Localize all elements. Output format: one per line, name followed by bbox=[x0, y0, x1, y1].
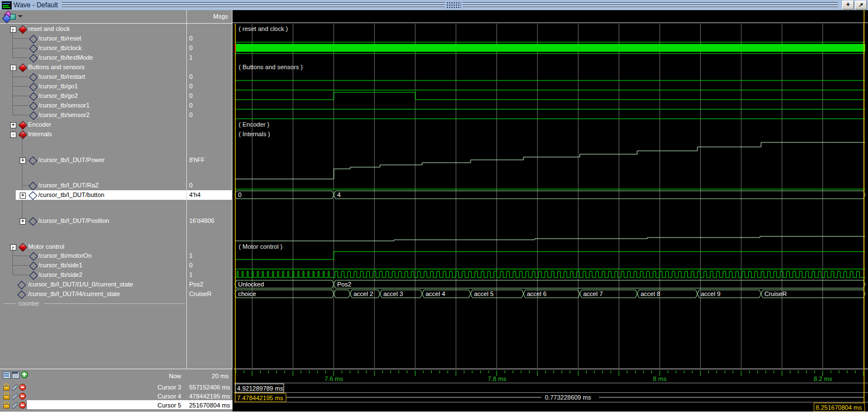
signal-label: /cursor_tb/sensor2 bbox=[38, 110, 90, 120]
signal-value: 0 bbox=[189, 43, 193, 53]
expand-icon[interactable]: + bbox=[20, 158, 26, 164]
wrench-icon[interactable] bbox=[11, 384, 19, 391]
divider-line bbox=[44, 303, 185, 304]
signal-value: 0 bbox=[189, 181, 193, 190]
lock-icon[interactable] bbox=[3, 392, 10, 400]
signal-label: /cursor_tb/I_DUT/I1/U_0/current_state bbox=[28, 280, 133, 289]
collapse-icon[interactable]: - bbox=[10, 26, 16, 33]
wave-list-icon[interactable] bbox=[3, 371, 11, 379]
tree-signal-row[interactable]: /cursor_tb/go10 bbox=[0, 82, 232, 91]
wave-window: Wave - Default + ↗ ( reset and clock )( … bbox=[0, 0, 868, 412]
bus-value-label: CruiseR bbox=[764, 290, 787, 297]
signal-value: 0 bbox=[189, 72, 193, 82]
tree-signal-row[interactable]: /cursor_tb/I_DUT/I4/current_stateCruiseR bbox=[0, 289, 232, 299]
delete-cursor-icon[interactable] bbox=[19, 393, 26, 400]
expand-icon[interactable]: + bbox=[10, 122, 16, 128]
expand-icon[interactable]: + bbox=[20, 192, 26, 199]
cursor-pane: Now20 msCursor 3557152406 msCursor 44784… bbox=[0, 369, 232, 412]
signal-label: /cursor_tb/I_DUT/button bbox=[38, 190, 104, 200]
tree-signal-row[interactable]: /cursor_tb/testMode1 bbox=[0, 53, 232, 62]
tree-signal-row[interactable]: /cursor_tb/I_DUT/RaZ0 bbox=[0, 181, 232, 190]
tree-group-row[interactable]: -Motor control bbox=[0, 242, 232, 252]
tree-group-row[interactable]: -reset and clock bbox=[0, 24, 232, 34]
tree-signal-row[interactable]: /cursor_tb/go20 bbox=[0, 91, 232, 101]
bus-value-label: choice bbox=[238, 290, 256, 297]
cursor-clock-mark bbox=[235, 44, 236, 52]
tree-signal-row[interactable]: /cursor_tb/sensor10 bbox=[0, 101, 232, 110]
signal-value: 8'hFF bbox=[189, 155, 205, 165]
column-divider[interactable] bbox=[186, 10, 187, 23]
wave-signal-clock bbox=[235, 44, 865, 52]
lock-icon[interactable] bbox=[3, 401, 10, 409]
group-label: Encoder bbox=[28, 120, 51, 129]
signal-panel: Msgs -reset and clock/cursor_tb/reset0/c… bbox=[0, 10, 232, 412]
msgs-column-header: Msgs bbox=[213, 10, 228, 23]
collapse-icon[interactable]: - bbox=[10, 132, 16, 138]
signal-diamond-icon bbox=[29, 54, 38, 63]
signal-label: /cursor_tb/clock bbox=[38, 43, 82, 53]
tree-signal-row[interactable]: /cursor_tb/sensor20 bbox=[0, 110, 232, 120]
expand-icon[interactable]: + bbox=[20, 218, 26, 225]
signal-value: 1 bbox=[189, 251, 193, 261]
tree-signal-row[interactable]: /cursor_tb/clock0 bbox=[0, 43, 232, 53]
bus-value-label: accel 9 bbox=[701, 290, 721, 297]
column-divider[interactable] bbox=[186, 24, 187, 378]
wave-group-label: ( Internals ) bbox=[239, 131, 270, 137]
panel-divider[interactable] bbox=[232, 10, 232, 412]
signal-value: 4'h4 bbox=[189, 190, 200, 200]
lock-icon[interactable] bbox=[3, 383, 10, 391]
signal-diamond-icon bbox=[29, 182, 38, 191]
bus-value-label: 0 bbox=[238, 191, 241, 198]
cursor5-time-box-label: 8.251670804 ms bbox=[816, 404, 862, 411]
column-header[interactable]: Msgs bbox=[0, 10, 232, 24]
signal-label: /cursor_tb/side2 bbox=[38, 270, 82, 280]
delete-cursor-icon[interactable] bbox=[19, 402, 26, 409]
tree-signal-row[interactable]: +/cursor_tb/I_DUT/Power8'hFF bbox=[0, 155, 232, 165]
signal-value: 0 bbox=[189, 101, 193, 110]
tree-signal-row[interactable]: +/cursor_tb/I_DUT/button4'h4 bbox=[0, 190, 232, 200]
cursor-row-label[interactable]: Cursor 5 bbox=[84, 401, 181, 410]
tree-signal-row[interactable]: +/cursor_tb/I_DUT/Position16'd4806 bbox=[0, 216, 232, 226]
window-icon[interactable] bbox=[12, 371, 20, 379]
signal-diamond-icon bbox=[29, 252, 38, 261]
chevron-down-icon[interactable] bbox=[18, 15, 23, 17]
wrench-icon[interactable] bbox=[11, 402, 19, 409]
bus-value-label: accel 6 bbox=[527, 290, 547, 297]
cursor-row-label[interactable]: Cursor 3 bbox=[84, 383, 181, 392]
wrench-icon[interactable] bbox=[11, 393, 19, 400]
delete-cursor-icon[interactable] bbox=[19, 384, 26, 391]
signal-tree: -reset and clock/cursor_tb/reset0/cursor… bbox=[0, 24, 232, 382]
wave-group-icon[interactable] bbox=[10, 14, 16, 20]
tree-group-row[interactable]: -Buttons and sensors bbox=[0, 62, 232, 72]
tree-signal-row[interactable]: /cursor_tb/reset0 bbox=[0, 34, 232, 43]
bus-value-label: accel 8 bbox=[641, 290, 660, 297]
cursor-delta-label: 0.773228609 ms bbox=[545, 394, 591, 401]
add-cursor-icon[interactable] bbox=[21, 371, 28, 378]
cursor3-time-box-label: 4.921289789 ms bbox=[237, 385, 283, 392]
tree-group-row[interactable]: +Encoder bbox=[0, 120, 232, 129]
tree-signal-row[interactable]: /cursor_tb/side21 bbox=[0, 270, 232, 280]
cursor-row-value: 557152406 ms bbox=[189, 383, 230, 392]
timeline-label: 7.8 ms bbox=[487, 375, 507, 382]
collapse-icon[interactable]: - bbox=[10, 65, 16, 71]
tree-signal-row[interactable]: /cursor_tb/motorOn1 bbox=[0, 251, 232, 261]
group-diamond-icon bbox=[19, 131, 28, 140]
tree-group-row[interactable]: -Internals bbox=[0, 129, 232, 139]
cursor-row-label[interactable]: Cursor 4 bbox=[84, 392, 181, 401]
signal-label: /cursor_tb/motorOn bbox=[38, 251, 92, 261]
bus-value-label: accel 7 bbox=[583, 290, 603, 297]
signal-value: 0 bbox=[189, 82, 193, 91]
tree-divider-row[interactable]: counter bbox=[0, 299, 232, 308]
group-label: Buttons and sensors bbox=[28, 62, 84, 72]
tree-signal-row[interactable]: /cursor_tb/I_DUT/I1/U_0/current_statePos… bbox=[0, 280, 232, 289]
wave-group-label: ( Motor control ) bbox=[239, 243, 283, 250]
cursor-row-value: 251670804 ms bbox=[189, 401, 230, 410]
tree-signal-row[interactable]: /cursor_tb/restart0 bbox=[0, 72, 232, 82]
collapse-icon[interactable]: - bbox=[10, 244, 16, 250]
tree-signal-row[interactable]: /cursor_tb/side10 bbox=[0, 261, 232, 270]
signal-value: 1 bbox=[189, 270, 193, 280]
signal-diamond-icon bbox=[29, 271, 38, 280]
bus-value-label: accel 3 bbox=[383, 290, 403, 297]
signal-value: Pos2 bbox=[189, 280, 203, 289]
bus-value-label: 4 bbox=[337, 191, 341, 198]
